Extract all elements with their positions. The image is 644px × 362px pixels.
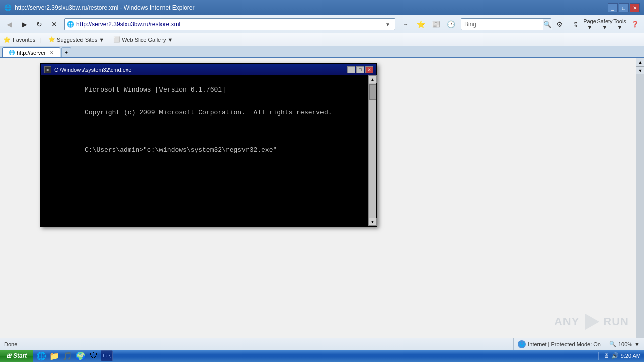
title-bar-icon: 🌐 bbox=[4, 4, 12, 11]
tab-close-icon[interactable]: ✕ bbox=[50, 50, 54, 55]
anyrun-watermark: ANY RUN bbox=[554, 312, 629, 332]
anyrun-play-icon bbox=[581, 312, 601, 332]
anyrun-text: ANY bbox=[554, 315, 579, 328]
ie-scrollbar: ▲ ▼ bbox=[636, 58, 644, 362]
close-button[interactable]: ✕ bbox=[630, 3, 640, 12]
page-menu-button[interactable]: Page ▼ bbox=[583, 17, 597, 31]
tray-time[interactable]: 9:20 AM bbox=[621, 353, 641, 359]
forward-button[interactable]: ▶ bbox=[17, 17, 31, 31]
taskbar-explorer-icon[interactable]: 📁 bbox=[48, 350, 60, 361]
tab-icon: 🌐 bbox=[9, 50, 15, 55]
window-title: http://server2.39slxu3bw.ru/restore.xml … bbox=[15, 4, 608, 11]
tab-label: http://server bbox=[17, 50, 46, 56]
svg-marker-0 bbox=[585, 314, 599, 330]
favorites-button[interactable]: ⭐ bbox=[414, 17, 428, 31]
search-input[interactable] bbox=[461, 21, 543, 28]
cmd-window[interactable]: ■ C:\Windows\system32\cmd.exe _ □ ✕ Micr… bbox=[40, 63, 377, 227]
taskbar: ⊞ Start 🌐 📁 🎵 🌍 🛡 C:\ 🖥 🔊 9:20 AM bbox=[0, 350, 644, 362]
cmd-maximize-button[interactable]: □ bbox=[356, 66, 364, 73]
help-button[interactable]: ❓ bbox=[628, 17, 642, 31]
ie-scroll-up[interactable]: ▲ bbox=[636, 58, 644, 66]
address-input[interactable] bbox=[76, 21, 383, 28]
cmd-line1: Microsoft Windows [Version 6.1.7601] bbox=[85, 86, 226, 94]
scroll-down-arrow[interactable]: ▼ bbox=[369, 218, 377, 226]
start-label: Start bbox=[13, 352, 27, 359]
zone-text: Internet | Protected Mode: On bbox=[528, 341, 601, 347]
taskbar-items: 🌐 📁 🎵 🌍 🛡 C:\ bbox=[33, 350, 597, 361]
system-tray: 🖥 🔊 9:20 AM bbox=[600, 350, 644, 362]
ie-window: 🌐 http://server2.39slxu3bw.ru/restore.xm… bbox=[0, 0, 644, 362]
cmd-close-button[interactable]: ✕ bbox=[365, 66, 373, 73]
web-slice-icon: ⬜ bbox=[113, 36, 120, 43]
start-windows-icon: ⊞ bbox=[6, 352, 11, 359]
status-text: Done bbox=[0, 341, 513, 347]
taskbar-cmd-label: C:\ bbox=[103, 353, 111, 358]
cmd-line2: Copyright (c) 2009 Microsoft Corporation… bbox=[85, 109, 332, 116]
refresh-button[interactable]: ↻ bbox=[32, 17, 46, 31]
new-tab-button[interactable]: + bbox=[61, 47, 71, 57]
address-bar-container: 🌐 ▼ bbox=[64, 18, 395, 30]
suggested-sites-item[interactable]: ⭐ Suggested Sites ▼ bbox=[45, 35, 108, 44]
start-button[interactable]: ⊞ Start bbox=[0, 350, 33, 362]
go-button[interactable]: → bbox=[398, 17, 413, 31]
active-tab[interactable]: 🌐 http://server ✕ bbox=[2, 47, 60, 57]
web-slice-gallery-item[interactable]: ⬜ Web Slice Gallery ▼ bbox=[110, 35, 176, 44]
tray-network-icon[interactable]: 🖥 bbox=[603, 352, 609, 359]
favorites-label: Favorites bbox=[13, 37, 35, 43]
minimize-button[interactable]: _ bbox=[608, 3, 618, 12]
favorites-star-icon: ⭐ bbox=[3, 36, 11, 43]
maximize-button[interactable]: □ bbox=[619, 3, 629, 12]
tools-button[interactable]: Tools ▼ bbox=[613, 17, 627, 31]
zone-globe-icon: 🌐 bbox=[518, 340, 526, 348]
taskbar-media-icon[interactable]: 🎵 bbox=[61, 350, 73, 361]
content-area: ■ C:\Windows\system32\cmd.exe _ □ ✕ Micr… bbox=[0, 58, 644, 362]
cmd-title-text: C:\Windows\system32\cmd.exe bbox=[54, 67, 347, 73]
history-button[interactable]: 🕐 bbox=[444, 17, 458, 31]
zoom-segment: 🔍 100% ▼ bbox=[605, 338, 644, 350]
search-container: 🔍 bbox=[461, 18, 551, 30]
cmd-icon: ■ bbox=[44, 66, 51, 73]
cmd-minimize-button[interactable]: _ bbox=[347, 66, 355, 73]
stop-button[interactable]: ✕ bbox=[47, 17, 61, 31]
taskbar-cmd-icon[interactable]: C:\ bbox=[101, 350, 113, 361]
taskbar-shield-icon[interactable]: 🛡 bbox=[88, 350, 100, 361]
cmd-title-bar: ■ C:\Windows\system32\cmd.exe _ □ ✕ bbox=[41, 64, 376, 75]
cmd-text-area: Microsoft Windows [Version 6.1.7601] Cop… bbox=[41, 75, 368, 226]
taskbar-browser2-icon[interactable]: 🌍 bbox=[74, 350, 87, 361]
title-bar: 🌐 http://server2.39slxu3bw.ru/restore.xm… bbox=[0, 0, 644, 15]
taskbar-divider bbox=[598, 352, 599, 360]
zoom-level: 100% bbox=[618, 341, 632, 347]
address-dropdown[interactable]: ▼ bbox=[383, 19, 393, 30]
tools-icon-button[interactable]: ⚙ bbox=[552, 17, 567, 31]
tab-bar: 🌐 http://server ✕ + bbox=[0, 46, 644, 58]
ie-scroll-down[interactable]: ▼ bbox=[636, 66, 644, 74]
suggested-sites-icon: ⭐ bbox=[48, 36, 55, 43]
back-button[interactable]: ◀ bbox=[2, 17, 16, 31]
print-button[interactable]: 🖨 bbox=[568, 17, 582, 31]
cmd-body: Microsoft Windows [Version 6.1.7601] Cop… bbox=[41, 75, 376, 226]
scroll-up-arrow[interactable]: ▲ bbox=[369, 75, 377, 83]
zoom-dropdown[interactable]: ▼ bbox=[634, 341, 640, 347]
nav-bar: ◀ ▶ ↻ ✕ 🌐 ▼ → ⭐ 📰 🕐 🔍 ⚙ 🖨 Page ▼ Safety … bbox=[0, 15, 644, 33]
window-controls: _ □ ✕ bbox=[608, 3, 640, 12]
suggested-sites-label: Suggested Sites ▼ bbox=[57, 37, 104, 43]
cmd-line4: C:\Users\admin>"c:\windows\system32\regs… bbox=[85, 146, 277, 154]
browser-chrome: ◀ ▶ ↻ ✕ 🌐 ▼ → ⭐ 📰 🕐 🔍 ⚙ 🖨 Page ▼ Safety … bbox=[0, 15, 644, 58]
zone-segment: 🌐 Internet | Protected Mode: On bbox=[513, 338, 605, 350]
safety-button[interactable]: Safety ▼ bbox=[598, 17, 612, 31]
tray-sound-icon[interactable]: 🔊 bbox=[611, 352, 619, 359]
web-slice-label: Web Slice Gallery ▼ bbox=[122, 37, 173, 43]
cmd-controls: _ □ ✕ bbox=[347, 66, 373, 73]
search-button[interactable]: 🔍 bbox=[543, 19, 552, 30]
cmd-scrollbar: ▲ ▼ bbox=[368, 75, 376, 226]
address-icon: 🌐 bbox=[67, 21, 74, 28]
taskbar-ie-icon[interactable]: 🌐 bbox=[35, 350, 47, 361]
feeds-button[interactable]: 📰 bbox=[429, 17, 443, 31]
status-bar: Done 🌐 Internet | Protected Mode: On 🔍 1… bbox=[0, 338, 644, 350]
anyrun-run-text: RUN bbox=[603, 315, 629, 328]
favorites-bar: ⭐ Favorites | ⭐ Suggested Sites ▼ ⬜ Web … bbox=[0, 33, 644, 46]
scroll-thumb[interactable] bbox=[369, 84, 376, 100]
zoom-icon: 🔍 bbox=[609, 341, 616, 347]
status-segments: 🌐 Internet | Protected Mode: On 🔍 100% ▼ bbox=[513, 338, 644, 350]
